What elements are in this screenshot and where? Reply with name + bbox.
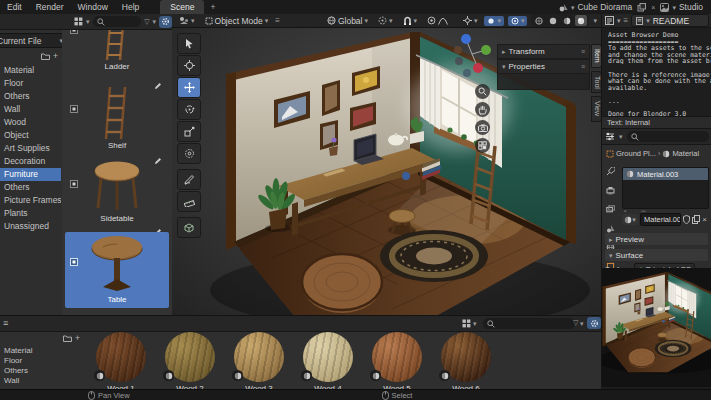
breadcrumb-material[interactable]: Material xyxy=(672,149,699,158)
text-menu-icon[interactable]: ≡ xyxy=(624,17,629,25)
gear-icon[interactable] xyxy=(159,16,172,28)
asset-tile-wood4[interactable]: Wood 4 xyxy=(297,330,359,390)
filter-icon[interactable]: ▽ xyxy=(144,18,149,25)
text-datablock-selector[interactable]: ▾ README xyxy=(631,14,709,27)
catalog-item[interactable]: Object xyxy=(0,129,61,142)
pan-view-button[interactable] xyxy=(475,102,490,117)
catalog-item-selected[interactable]: Furniture xyxy=(0,168,61,181)
menu-window[interactable]: Window xyxy=(71,2,115,12)
viewport-menu-icon[interactable]: ≡ xyxy=(275,17,280,25)
catalog-item[interactable]: Material xyxy=(0,64,61,77)
axis-gizmo[interactable] xyxy=(450,30,496,78)
tool-rotate[interactable] xyxy=(177,99,201,120)
tool-select-box[interactable] xyxy=(177,33,201,54)
tool-add-cube[interactable] xyxy=(177,217,201,238)
asset-tile-wood5[interactable]: Wood 5 xyxy=(366,330,428,390)
tab-view[interactable]: View xyxy=(591,96,601,121)
pivot-point-button[interactable]: ▾ xyxy=(375,15,396,26)
properties-panel-header[interactable]: ▾Properties≡ xyxy=(497,59,590,74)
catalog-item[interactable]: Wood xyxy=(0,116,61,129)
material-slot-selected[interactable]: Material.003 xyxy=(623,168,708,180)
catalog-item[interactable]: Material xyxy=(0,346,83,356)
tab-tool[interactable]: Tool xyxy=(591,71,601,94)
tool-measure[interactable] xyxy=(177,191,201,212)
shading-material-icon[interactable] xyxy=(561,15,573,26)
catalog-item[interactable]: Plants xyxy=(0,207,61,220)
catalog-item[interactable]: Wall xyxy=(0,376,83,386)
asset-checkbox-icon[interactable] xyxy=(70,180,78,188)
asset-tile-table-selected[interactable]: Table xyxy=(65,232,169,308)
asset-checkbox-icon[interactable] xyxy=(70,105,78,113)
catalog-item[interactable]: Others xyxy=(0,181,61,194)
catalog-item[interactable]: Unassigned xyxy=(0,220,61,233)
asset-tile-wood6[interactable]: Wood 6 xyxy=(435,330,497,390)
menu-edit[interactable]: Edit xyxy=(0,2,29,12)
viewport-canvas[interactable]: ▸Transform≡ ▾Properties≡ Item Tool View xyxy=(172,28,601,315)
new-catalog-icon[interactable] xyxy=(41,52,50,60)
filter-icon[interactable]: ▽ xyxy=(573,319,578,326)
search-input[interactable] xyxy=(483,318,575,329)
text-editor-icon[interactable] xyxy=(605,16,614,25)
transform-panel-header[interactable]: ▸Transform≡ xyxy=(497,44,590,59)
tab-item[interactable]: Item xyxy=(591,44,601,68)
menu-help[interactable]: Help xyxy=(115,2,146,12)
overlay-toggle-button[interactable]: ▾ xyxy=(508,16,528,26)
tab-tool-icon[interactable] xyxy=(603,165,617,177)
tool-transform[interactable] xyxy=(177,143,201,164)
tool-annotate[interactable] xyxy=(177,169,201,190)
scene-selector[interactable]: ▾ Cube Diorama xyxy=(559,2,632,12)
asset-tile-sidetable[interactable]: Sidetable xyxy=(65,158,169,228)
tool-cursor[interactable] xyxy=(177,55,201,76)
asset-tile-wood3[interactable]: Wood 3 xyxy=(228,330,290,390)
display-mode-icon[interactable] xyxy=(74,17,83,26)
asset-checkbox-icon[interactable] xyxy=(70,30,78,34)
shading-solid-icon[interactable] xyxy=(547,15,559,26)
editor-type-button[interactable]: ▾ xyxy=(176,15,198,26)
catalog-item[interactable]: Decoration xyxy=(0,155,61,168)
catalog-item[interactable]: Floor xyxy=(0,77,61,90)
asset-tile-shelf[interactable]: Shelf xyxy=(65,85,169,155)
fake-user-shield-icon[interactable] xyxy=(683,215,690,224)
preview-panel-header[interactable]: ▸Preview xyxy=(605,233,708,245)
asset-tile-wood2[interactable]: Wood 2 xyxy=(159,330,221,390)
tab-output-icon[interactable] xyxy=(603,184,617,196)
properties-editor-icon[interactable] xyxy=(605,132,615,141)
catalog-item[interactable]: Others xyxy=(0,90,61,103)
unlink-scene-icon[interactable]: × xyxy=(651,4,655,11)
breadcrumb-object[interactable]: Ground Pl... xyxy=(616,149,656,158)
asset-checkbox-icon[interactable] xyxy=(70,258,78,266)
add-catalog-button[interactable]: + xyxy=(75,333,80,343)
catalog-item[interactable]: Floor xyxy=(0,356,83,366)
material-browse-button[interactable]: ▾ xyxy=(622,214,638,225)
material-name-field[interactable]: Material.003 xyxy=(640,213,681,226)
unlink-icon[interactable]: × xyxy=(702,215,707,224)
material-slot-list[interactable]: Material.003 xyxy=(622,167,709,209)
catalog-item[interactable]: Wall xyxy=(0,103,61,116)
panel-grip-icon[interactable]: ≡ xyxy=(581,63,585,70)
tab-viewlayer-icon[interactable] xyxy=(603,203,617,215)
asset-tile-ladder[interactable]: Ladder xyxy=(65,30,169,78)
zoom-view-button[interactable] xyxy=(475,84,490,99)
shading-wireframe-icon[interactable] xyxy=(533,15,545,26)
shading-dropdown[interactable]: ▾ xyxy=(593,17,597,24)
panel-grip-icon[interactable]: ≡ xyxy=(581,48,585,55)
shading-rendered-icon[interactable] xyxy=(575,15,587,26)
ortho-toggle-button[interactable] xyxy=(475,138,490,153)
search-input[interactable] xyxy=(93,16,142,27)
catalog-item[interactable]: Art Supplies xyxy=(0,142,61,155)
gear-icon[interactable] xyxy=(587,317,601,329)
surface-panel-header[interactable]: ▾Surface xyxy=(605,249,708,261)
snap-magnet-button[interactable]: ▾ xyxy=(400,15,421,27)
menu-render[interactable]: Render xyxy=(29,2,71,12)
copy-icon[interactable] xyxy=(692,215,700,224)
add-workspace-button[interactable]: + xyxy=(204,2,221,12)
snap-toggle-button[interactable]: ▾ xyxy=(484,16,504,26)
viewport-3d[interactable]: ▾ Object Mode▾ ≡ Global▾ ▾ ▾ ▾ ▾ ▾ ▾ xyxy=(172,14,601,315)
workspace-tab-scene[interactable]: Scene xyxy=(160,0,204,14)
menu-icon[interactable]: ≡ xyxy=(3,318,8,328)
mode-dropdown[interactable]: Object Mode▾ xyxy=(202,15,272,27)
catalog-item[interactable]: Others xyxy=(0,366,83,376)
display-mode-icon[interactable] xyxy=(462,319,471,328)
add-catalog-button[interactable]: + xyxy=(53,51,58,61)
view-layer-selector[interactable]: ▾ Studio xyxy=(660,2,703,12)
